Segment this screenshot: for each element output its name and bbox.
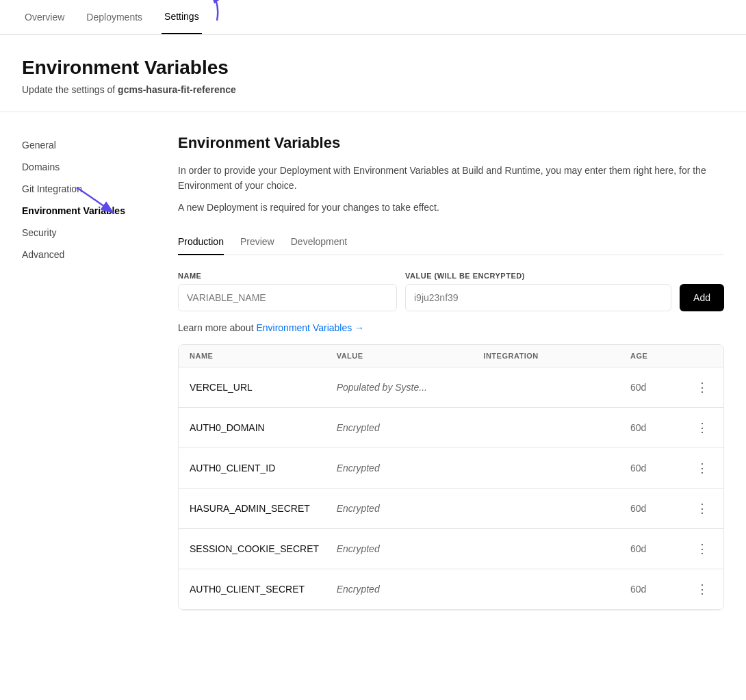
row-age-4: 60d	[630, 543, 685, 554]
table-row: AUTH0_CLIENT_ID Encrypted 60d ⋮	[179, 448, 723, 489]
row-actions-0: ⋮	[685, 377, 712, 398]
page-title: Environment Variables	[22, 57, 724, 79]
row-more-button-3[interactable]: ⋮	[692, 498, 712, 519]
name-form-group: NAME	[178, 272, 397, 311]
top-nav: Overview Deployments Settings	[0, 0, 746, 35]
row-actions-3: ⋮	[685, 498, 712, 519]
name-label: NAME	[178, 272, 397, 280]
col-header-value: VALUE	[337, 352, 484, 360]
nav-overview[interactable]: Overview	[22, 1, 67, 34]
row-actions-5: ⋮	[685, 579, 712, 599]
row-age-3: 60d	[630, 503, 685, 514]
row-name-3: HASURA_ADMIN_SECRET	[190, 503, 337, 514]
section-note: A new Deployment is required for your ch…	[178, 202, 724, 213]
nav-deployments[interactable]: Deployments	[83, 1, 145, 34]
row-name-0: VERCEL_URL	[190, 382, 337, 393]
add-variable-button[interactable]: Add	[680, 284, 724, 311]
add-variable-form: NAME VALUE (WILL BE ENCRYPTED) Add	[178, 272, 724, 311]
col-header-actions	[685, 352, 712, 360]
page-header: Environment Variables Update the setting…	[0, 35, 746, 112]
variable-value-input[interactable]	[405, 284, 671, 311]
sidebar-item-advanced[interactable]: Advanced	[22, 244, 145, 265]
row-more-button-0[interactable]: ⋮	[692, 377, 712, 398]
row-more-button-4[interactable]: ⋮	[692, 539, 712, 559]
row-name-2: AUTH0_CLIENT_ID	[190, 463, 337, 474]
page-subtitle: Update the settings of gcms-hasura-fit-r…	[22, 84, 724, 95]
row-actions-2: ⋮	[685, 458, 712, 478]
table-row: AUTH0_DOMAIN Encrypted 60d ⋮	[179, 408, 723, 448]
annotation-arrow-env-vars	[70, 181, 125, 222]
variable-name-input[interactable]	[178, 284, 397, 311]
value-form-group: VALUE (WILL BE ENCRYPTED)	[405, 272, 671, 311]
row-more-button-1[interactable]: ⋮	[692, 417, 712, 438]
row-age-0: 60d	[630, 382, 685, 393]
section-title: Environment Variables	[178, 134, 724, 152]
row-name-4: SESSION_COOKIE_SECRET	[190, 543, 337, 554]
env-tabs: Production Preview Development	[178, 229, 724, 255]
row-value-3: Encrypted	[337, 503, 484, 514]
tab-development[interactable]: Development	[291, 229, 348, 255]
table-row: AUTH0_CLIENT_SECRET Encrypted 60d ⋮	[179, 569, 723, 610]
tab-production[interactable]: Production	[178, 229, 224, 255]
row-value-2: Encrypted	[337, 463, 484, 474]
annotation-arrow-settings	[196, 0, 237, 24]
row-name-5: AUTH0_CLIENT_SECRET	[190, 584, 337, 595]
row-value-1: Encrypted	[337, 422, 484, 433]
table-row: VERCEL_URL Populated by Syste... 60d ⋮	[179, 367, 723, 408]
tab-preview[interactable]: Preview	[240, 229, 274, 255]
sidebar-item-general[interactable]: General	[22, 134, 145, 156]
page-wrapper: Overview Deployments Settings Environmen…	[0, 0, 746, 632]
value-label: VALUE (WILL BE ENCRYPTED)	[405, 272, 671, 280]
row-value-4: Encrypted	[337, 543, 484, 554]
row-actions-4: ⋮	[685, 539, 712, 559]
section-description: In order to provide your Deployment with…	[178, 163, 724, 194]
col-header-name: NAME	[190, 352, 337, 360]
row-more-button-5[interactable]: ⋮	[692, 579, 712, 599]
env-variables-table: NAME VALUE INTEGRATION AGE VERCEL_URL Po…	[178, 344, 724, 610]
row-name-1: AUTH0_DOMAIN	[190, 422, 337, 433]
row-age-1: 60d	[630, 422, 685, 433]
page-content: General Domains Git Integration Environm…	[0, 112, 746, 632]
col-header-age: AGE	[630, 352, 685, 360]
row-value-0: Populated by Syste...	[337, 382, 484, 393]
sidebar-item-security[interactable]: Security	[22, 222, 145, 244]
table-header: NAME VALUE INTEGRATION AGE	[179, 345, 723, 367]
sidebar-item-domains[interactable]: Domains	[22, 156, 145, 178]
row-value-5: Encrypted	[337, 584, 484, 595]
learn-more-link[interactable]: Environment Variables →	[256, 322, 364, 333]
main-content: Environment Variables In order to provid…	[178, 134, 724, 610]
table-row: HASURA_ADMIN_SECRET Encrypted 60d ⋮	[179, 489, 723, 529]
sidebar: General Domains Git Integration Environm…	[22, 134, 145, 610]
table-row: SESSION_COOKIE_SECRET Encrypted 60d ⋮	[179, 529, 723, 569]
col-header-integration: INTEGRATION	[483, 352, 630, 360]
row-age-5: 60d	[630, 584, 685, 595]
row-actions-1: ⋮	[685, 417, 712, 438]
learn-more-text: Learn more about Environment Variables →	[178, 322, 724, 333]
row-more-button-2[interactable]: ⋮	[692, 458, 712, 478]
row-age-2: 60d	[630, 463, 685, 474]
